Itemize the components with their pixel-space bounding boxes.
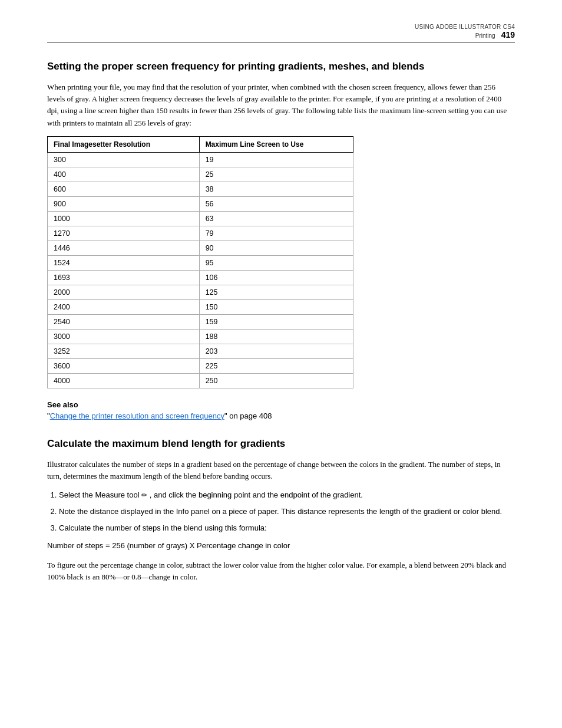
section-screen-frequency: Setting the proper screen frequency for … xyxy=(47,60,515,421)
page: USING ADOBE ILLUSTRATOR CS4 Printing 419… xyxy=(0,0,562,728)
section2-intro: Illustrator calculates the number of ste… xyxy=(47,459,515,482)
table-row: 2540159 xyxy=(48,314,353,329)
table-row: 60038 xyxy=(48,182,353,196)
step1-text-before: Select the Measure tool xyxy=(59,490,140,499)
linescreen-cell: 106 xyxy=(199,270,353,285)
table-row: 2000125 xyxy=(48,285,353,299)
linescreen-cell: 56 xyxy=(199,196,353,211)
table-row: 152495 xyxy=(48,255,353,270)
resolution-cell: 400 xyxy=(48,167,200,182)
resolution-cell: 600 xyxy=(48,182,200,196)
resolution-cell: 900 xyxy=(48,196,200,211)
linescreen-cell: 25 xyxy=(199,167,353,182)
table-col2-header: Maximum Line Screen to Use xyxy=(199,136,353,152)
resolution-cell: 3252 xyxy=(48,344,200,358)
table-row: 3600225 xyxy=(48,358,353,373)
table-row: 40025 xyxy=(48,167,353,182)
resolution-cell: 3000 xyxy=(48,329,200,344)
header-right: USING ADOBE ILLUSTRATOR CS4 Printing 419 xyxy=(415,24,515,39)
linescreen-cell: 63 xyxy=(199,211,353,226)
table-row: 144690 xyxy=(48,241,353,255)
table-row: 1693106 xyxy=(48,270,353,285)
see-also-link[interactable]: Change the printer resolution and screen… xyxy=(50,411,224,420)
step-1: Select the Measure tool ✏ , and click th… xyxy=(59,489,515,501)
see-also-section: See also "Change the printer resolution … xyxy=(47,400,515,421)
resolution-cell: 1000 xyxy=(48,211,200,226)
resolution-cell: 300 xyxy=(48,152,200,167)
section2-heading: Calculate the maximum blend length for g… xyxy=(47,437,515,450)
linescreen-cell: 125 xyxy=(199,285,353,299)
measure-tool-icon: ✏ xyxy=(141,490,147,501)
linescreen-cell: 225 xyxy=(199,358,353,373)
resolution-cell: 1524 xyxy=(48,255,200,270)
section-blend-length: Calculate the maximum blend length for g… xyxy=(47,437,515,583)
step-3: Calculate the number of steps in the ble… xyxy=(59,522,515,534)
linescreen-cell: 188 xyxy=(199,329,353,344)
linescreen-cell: 159 xyxy=(199,314,353,329)
table-row: 4000250 xyxy=(48,373,353,388)
see-also-heading: See also xyxy=(47,400,515,409)
table-row: 2400150 xyxy=(48,299,353,314)
header-title: USING ADOBE ILLUSTRATOR CS4 xyxy=(415,24,515,30)
resolution-cell: 3600 xyxy=(48,358,200,373)
table-row: 3252203 xyxy=(48,344,353,358)
linescreen-cell: 38 xyxy=(199,182,353,196)
resolution-cell: 1270 xyxy=(48,226,200,241)
table-row: 30019 xyxy=(48,152,353,167)
resolution-cell: 1693 xyxy=(48,270,200,285)
resolution-cell: 2400 xyxy=(48,299,200,314)
formula-line: Number of steps = 256 (number of grays) … xyxy=(47,540,515,552)
step-2: Note the distance displayed in the Info … xyxy=(59,506,515,518)
resolution-cell: 2000 xyxy=(48,285,200,299)
header-section: Printing xyxy=(475,32,495,39)
linescreen-cell: 90 xyxy=(199,241,353,255)
resolution-cell: 1446 xyxy=(48,241,200,255)
step1-text-after: , and click the beginning point and the … xyxy=(150,490,363,499)
section1-heading: Setting the proper screen frequency for … xyxy=(47,60,515,73)
steps-list: Select the Measure tool ✏ , and click th… xyxy=(59,489,515,534)
section1-intro: When printing your file, you may find th… xyxy=(47,81,515,129)
table-row: 3000188 xyxy=(48,329,353,344)
closing-paragraph: To figure out the percentage change in c… xyxy=(47,559,515,583)
resolution-cell: 2540 xyxy=(48,314,200,329)
resolution-cell: 4000 xyxy=(48,373,200,388)
linescreen-cell: 150 xyxy=(199,299,353,314)
linescreen-cell: 95 xyxy=(199,255,353,270)
page-header: USING ADOBE ILLUSTRATOR CS4 Printing 419 xyxy=(47,24,515,42)
linescreen-cell: 79 xyxy=(199,226,353,241)
table-row: 100063 xyxy=(48,211,353,226)
table-row: 90056 xyxy=(48,196,353,211)
see-also-suffix: on page 408 xyxy=(227,411,272,420)
page-number: 419 xyxy=(501,30,515,39)
linescreen-cell: 203 xyxy=(199,344,353,358)
resolution-table: Final Imagesetter Resolution Maximum Lin… xyxy=(47,136,353,388)
linescreen-cell: 19 xyxy=(199,152,353,167)
linescreen-cell: 250 xyxy=(199,373,353,388)
table-row: 127079 xyxy=(48,226,353,241)
table-col1-header: Final Imagesetter Resolution xyxy=(48,136,200,152)
